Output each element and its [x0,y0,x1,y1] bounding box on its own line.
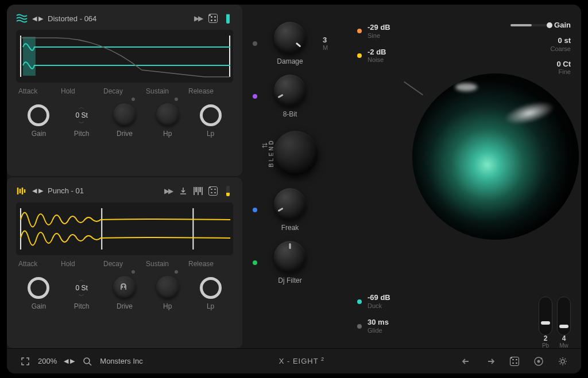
blend-icon: ⇄ [262,141,268,149]
osc1-meter [223,13,233,24]
osc2-gain-knob[interactable] [28,277,49,299]
damage-knob[interactable] [274,22,306,54]
osc2-lp-knob[interactable] [200,277,222,299]
osc2-wave-icon[interactable] [16,185,28,197]
osc1-env-sustain[interactable]: Sustain [146,87,188,95]
osc2-fastforward-icon[interactable]: ▶▶ [163,186,173,196]
app-window: ◀ ▶ Distorted - 064 ▶▶ [7,5,581,373]
preset-nav[interactable]: ◀ ▶ [64,357,75,365]
djfilter-knob[interactable] [274,241,306,273]
freak-block: Freak [242,188,349,232]
freak-label: Freak [281,224,299,232]
visualizer-column: -29 dBSine -2 dBNoise -69 dBDuck 30 msGl… [349,5,581,348]
djfilter-label: Dj Filter [278,276,301,285]
osc2-pitch-stepper[interactable]: ︿ 0 St ﹀ [76,277,88,299]
noise-dot-icon [357,53,362,58]
zoom-level[interactable]: 200% [38,357,57,365]
damage-label: Damage [277,57,303,65]
chevron-down-icon[interactable]: ﹀ [79,293,84,299]
blend-knob[interactable] [273,131,318,176]
chevron-down-icon[interactable]: ﹀ [79,120,84,126]
osc2-hp-knob[interactable] [156,276,179,299]
fine-readout[interactable]: 0 CtFine [556,60,571,76]
eightbit-mod-dot[interactable] [253,94,257,99]
blend-block: ⇄ BLEND [242,131,349,176]
random-dice-icon[interactable] [509,356,520,367]
osc1-fastforward-icon[interactable]: ▶▶ [193,13,203,24]
osc2-panel: ◀ ▶ Punch - 01 ▶▶ [7,177,242,349]
expand-icon[interactable] [20,356,31,367]
osc1-hp-knob[interactable] [156,103,179,126]
mod-wheels: 2Pb 4Mw [539,297,571,336]
settings-gear-icon[interactable] [557,356,568,367]
duck-readout[interactable]: -69 dBDuck [357,293,390,310]
svg-rect-3 [16,202,233,255]
osc1-preset-name[interactable]: Distorted - 064 [48,14,96,23]
main-area: ◀ ▶ Distorted - 064 ▶▶ [7,5,581,348]
chevron-up-icon[interactable]: ︿ [79,277,84,283]
osc1-pitch-label: Pitch [74,130,90,138]
osc2-hp-label: Hp [163,302,172,310]
osc2-env-attack[interactable]: Attack [18,260,61,268]
undo-icon[interactable] [461,356,472,367]
osc2-pitch-label: Pitch [74,302,90,310]
osc1-drive-label: Drive [117,130,133,138]
osc2-meter [223,186,233,196]
redo-icon[interactable] [485,356,496,367]
osc2-drive-knob[interactable] [113,276,136,299]
chevron-up-icon[interactable]: ︿ [79,104,84,110]
osc1-env-release[interactable]: Release [188,87,231,95]
current-preset[interactable]: Monsters Inc [100,357,142,365]
osc1-knob-row: Gain ︿ 0 St ﹀ Pitch Drive [16,103,233,138]
osc1-drive-knob[interactable] [113,103,136,126]
osc1-lp-knob[interactable] [200,104,222,126]
svg-point-4 [84,358,90,364]
osc2-drive-label: Drive [117,302,133,310]
osc2-knob-row: Gain ︿ 0 St ﹀ Pitch Dri [16,276,233,310]
target-icon[interactable] [533,356,544,367]
osc2-env-hold[interactable]: Hold [61,260,103,268]
osc2-env-release[interactable]: Release [188,260,231,268]
osc1-gain-knob[interactable] [28,104,49,126]
osc1-waveform-display[interactable] [16,30,233,83]
damage-mod-dot[interactable] [253,41,257,46]
djfilter-block: Dj Filter [242,241,349,285]
duck-dot-icon [357,299,362,304]
osc2-preset-name[interactable]: Punch - 01 [48,186,84,195]
osc1-env-attack[interactable]: Attack [18,87,61,95]
djfilter-mod-dot[interactable] [253,260,257,265]
fx-column: Damage 3 M 8-Bit ⇄ BLEND [242,5,349,348]
osc2-waveform-display[interactable] [16,202,233,255]
master-gain-slider[interactable]: Gain [510,21,571,29]
osc1-dice-icon[interactable] [208,13,218,24]
info-bottom-left: -69 dBDuck 30 msGlide [357,293,390,334]
osc1-wave-icon[interactable] [16,13,28,24]
freak-knob[interactable] [274,188,306,220]
visualizer-sphere[interactable] [412,73,579,240]
osc1-pitch-stepper[interactable]: ︿ 0 St ﹀ [76,104,88,126]
glide-readout[interactable]: 30 msGlide [357,318,390,334]
search-icon[interactable] [82,356,93,367]
osc1-env-hold[interactable]: Hold [61,87,103,95]
modwheel[interactable]: 4Mw [557,297,571,336]
osc2-download-icon[interactable] [178,186,188,196]
osc2-dice-icon[interactable] [208,186,218,196]
eightbit-knob[interactable] [274,75,306,107]
osc2-piano-icon[interactable] [193,186,203,196]
osc1-env-decay[interactable]: Decay [103,87,146,95]
osc2-header: ◀ ▶ Punch - 01 ▶▶ [16,184,233,198]
pitchbend-wheel[interactable]: 2Pb [539,297,552,336]
sine-readout[interactable]: -29 dBSine [357,23,390,40]
freak-mod-dot[interactable] [253,208,257,212]
noise-readout[interactable]: -2 dBNoise [357,48,390,64]
info-top-left: -29 dBSine -2 dBNoise [357,23,390,64]
osc2-preset-nav[interactable]: ◀ ▶ [32,187,43,194]
osc1-preset-nav[interactable]: ◀ ▶ [32,15,43,22]
svg-rect-1 [23,37,36,56]
osc2-env-decay[interactable]: Decay [103,260,146,268]
sine-dot-icon [357,29,362,33]
coarse-readout[interactable]: 0 stCoarse [551,36,571,53]
osc2-env-sustain[interactable]: Sustain [146,260,188,268]
bottom-bar: 200% ◀ ▶ Monsters Inc X - EIGHT 2 [7,348,581,373]
osc1-gain-label: Gain [32,130,46,138]
